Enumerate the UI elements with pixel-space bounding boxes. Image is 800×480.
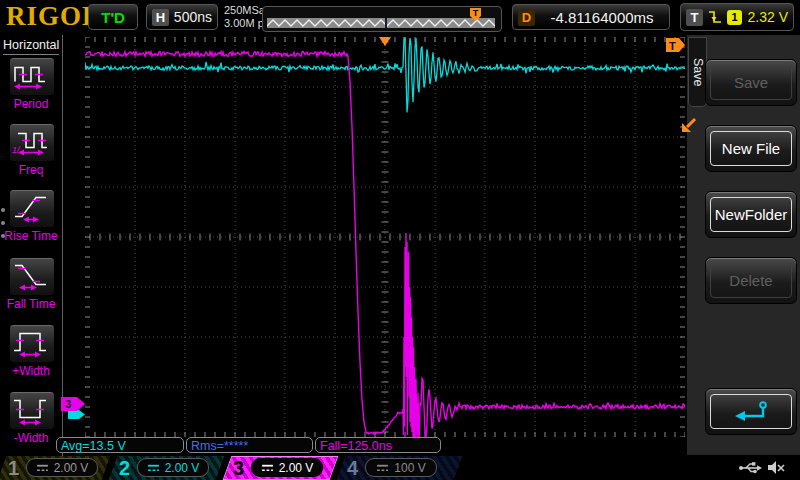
channel-1-status[interactable]: 1 2.00 V [2,456,106,480]
save-tab-label: Save [691,58,705,87]
timebase-value: 500ns [174,9,212,25]
delete-button-label: Delete [710,263,792,298]
menu-item-freq[interactable]: 1/ Freq [0,123,62,189]
channel-4-scale: 100 V [394,461,425,475]
waveform-memory-preview: T [262,6,502,32]
channel-2-scale: 2.00 V [165,461,200,475]
measurement-avg: Avg=13.5 V [56,437,184,453]
rigol-logo: RIGOL [6,1,101,32]
delay-value: -4.81164000ms [550,9,653,26]
trigger-level-value: 2.32 V [748,9,788,25]
fall-time-icon [10,258,52,293]
window-position-marker [385,18,387,28]
trigger-level-flag[interactable]: T [666,38,685,52]
neg-width-icon [10,392,52,427]
trigger-status-text: T'D [101,9,125,26]
channel-1-scale: 2.00 V [54,461,89,475]
graticule [85,37,685,437]
dc-coupling-icon [36,463,49,472]
save-button-label: Save [710,65,792,100]
pos-width-button[interactable] [9,324,55,363]
measurement-fall: Fall=125.0ns [315,437,441,453]
return-arrow-icon [731,401,771,423]
waveform-display: T [85,37,685,437]
menu-item-rise-time[interactable]: Rise Time [0,189,62,255]
rise-time-icon [10,190,52,225]
menu-item-label: -Width [0,431,62,445]
menu-item-label: Fall Time [0,297,62,311]
t-icon: T [686,9,703,26]
horizontal-measure-menu: Horizontal Period 1/ [0,35,63,480]
freq-icon: 1/ [10,124,52,159]
new-folder-button-label: NewFolder [710,197,792,232]
menu-item-label: Rise Time [0,229,62,243]
menu-item-pos-width[interactable]: +Width [0,324,62,390]
save-button[interactable]: Save [705,59,797,106]
channel-3-number: 3 [233,456,244,480]
horizontal-timebase-box[interactable]: H 500ns [146,4,218,30]
fall-time-button[interactable] [9,257,55,296]
menu-item-label: Period [0,97,62,111]
channel-4-status[interactable]: 4 100 V [341,456,458,480]
trigger-flag-label: T [669,40,676,52]
channel-2-status[interactable]: 2 2.00 V [113,456,220,480]
channel-3-status[interactable]: 3 2.00 V [227,456,334,480]
neg-width-button[interactable] [9,391,55,430]
d-icon: D [518,9,535,26]
menu-item-label: +Width [0,364,62,378]
dc-coupling-icon [261,463,274,472]
menu-title: Horizontal [3,38,59,55]
period-icon [10,58,52,93]
top-status-bar: RIGOL T'D H 500ns 250MSa/s 3.00M pts T D… [0,0,800,35]
trigger-status-indicator: T'D [88,4,138,30]
menu-item-label: Freq [0,163,62,177]
channel-position-markers[interactable]: 3 [61,397,87,421]
new-file-button[interactable]: New File [705,125,797,172]
falling-edge-icon [708,10,722,25]
channel-3-scale: 2.00 V [279,461,314,475]
channel-2-number: 2 [119,456,130,480]
menu-item-fall-time[interactable]: Fall Time [0,257,62,323]
rise-time-button[interactable] [9,189,55,228]
channel3-marker-label: 3 [66,399,72,410]
dc-coupling-icon [147,463,160,472]
trigger-settings-box[interactable]: T 1 2.32 V [680,3,794,31]
channel2-position-marker[interactable] [68,410,85,419]
measurement-rms: Rms=***** [186,437,313,453]
trigger-source-badge: 1 [727,10,742,25]
dc-coupling-icon [376,463,389,472]
delay-box[interactable]: D -4.81164000ms [512,4,670,30]
channel-1-scale-box: 2.00 V [26,458,98,477]
channel-2-scale-box: 2.00 V [137,458,209,477]
channel-4-scale-box: 100 V [365,458,437,477]
speaker-muted-icon [766,459,786,476]
freq-button[interactable]: 1/ [9,123,55,162]
memory-waveform-thumbnail [267,18,495,28]
memory-band [267,18,495,28]
pos-width-icon [10,325,52,360]
new-folder-button[interactable]: NewFolder [705,191,797,238]
channel-1-number: 1 [8,456,19,480]
new-file-button-label: New File [710,131,792,166]
h-icon: H [152,9,169,26]
menu-item-neg-width[interactable]: -Width [0,391,62,457]
oscilloscope-screen: RIGOL T'D H 500ns 250MSa/s 3.00M pts T D… [0,0,800,480]
delete-button[interactable]: Delete [705,257,797,304]
back-button[interactable] [705,388,797,435]
menu-collapse-arrow-icon[interactable] [680,116,698,134]
usb-icon [738,460,762,475]
channel-4-number: 4 [347,456,358,480]
menu-item-period[interactable]: Period [0,57,62,123]
channel-3-scale-box: 2.00 V [251,458,323,477]
trigger-position-icon[interactable] [379,37,391,46]
period-button[interactable] [9,57,55,96]
